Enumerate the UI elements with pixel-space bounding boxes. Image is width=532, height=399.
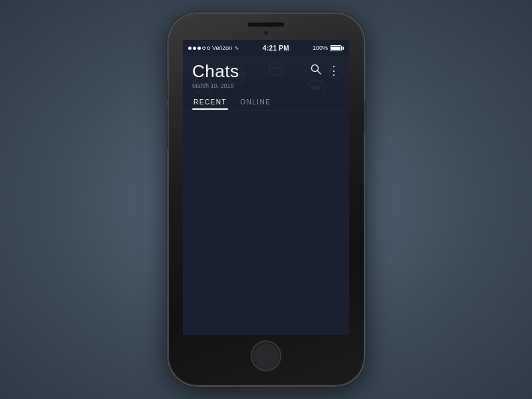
signal-dot-5	[207, 47, 210, 50]
camera-area	[263, 31, 269, 36]
tab-divider	[183, 110, 349, 110]
front-camera-icon	[263, 31, 269, 36]
header-date: March 10, 2015	[192, 82, 340, 93]
battery-tip	[342, 47, 344, 50]
tabs-row: RECENT ONLINE	[183, 93, 349, 110]
signal-strength	[188, 47, 210, 50]
status-bar: Verizon ∿ 4:21 PM 100%	[183, 40, 349, 56]
search-button[interactable]	[311, 64, 321, 77]
status-left: Verizon ∿	[188, 45, 239, 51]
home-button[interactable]	[251, 340, 281, 371]
svg-line-21	[318, 71, 321, 74]
more-icon: ⋮	[328, 64, 340, 77]
search-icon	[311, 64, 321, 74]
battery-indicator	[330, 45, 344, 51]
app-header: Chats ⋮ March 10, 2015	[183, 56, 349, 93]
speaker	[248, 23, 284, 27]
header-top-row: Chats ⋮	[192, 61, 340, 82]
signal-dot-4	[202, 47, 205, 50]
signal-dot-1	[188, 47, 192, 50]
tab-online[interactable]: ONLINE	[239, 93, 272, 110]
wifi-icon: ∿	[234, 45, 239, 51]
more-button[interactable]: ⋮	[328, 65, 340, 76]
status-time: 4:21 PM	[263, 45, 289, 52]
carrier-label: Verizon	[212, 45, 232, 51]
header-icons: ⋮	[311, 61, 340, 77]
phone-shell: Verizon ∿ 4:21 PM 100%	[168, 13, 364, 386]
screen: Verizon ∿ 4:21 PM 100%	[183, 40, 349, 335]
signal-dot-3	[198, 47, 201, 50]
battery-fill	[331, 47, 340, 50]
tab-recent[interactable]: RECENT	[192, 93, 228, 110]
battery-body	[330, 45, 342, 51]
status-right: 100%	[313, 45, 344, 51]
app-title: Chats	[192, 61, 239, 82]
battery-percent: 100%	[313, 45, 328, 51]
signal-dot-2	[193, 47, 196, 50]
